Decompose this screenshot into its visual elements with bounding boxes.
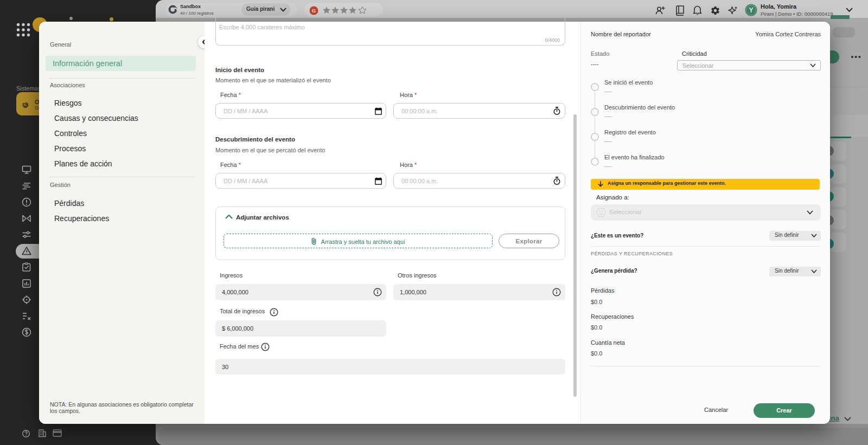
svg-text:Y: Y <box>749 7 753 14</box>
svg-text:G: G <box>312 8 316 14</box>
